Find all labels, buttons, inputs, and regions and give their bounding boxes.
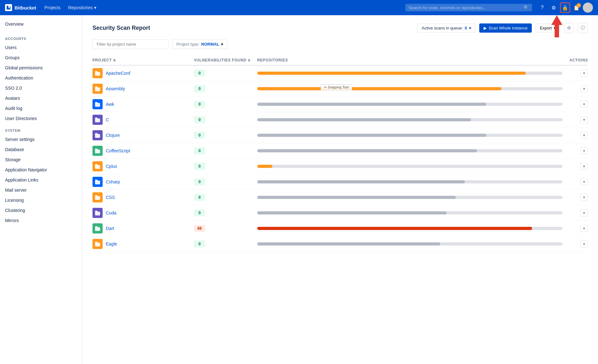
svg-rect-8 [95,118,98,119]
row-actions-button[interactable]: ▾ [580,70,588,77]
sidebar-item-users[interactable]: Users [0,42,82,53]
sidebar-item-authentication[interactable]: Authentication [0,73,82,83]
project-name-link[interactable]: Assembly [106,86,125,91]
main-nav: Projects Repositories ▾ [41,3,99,12]
filter-input[interactable] [92,39,169,49]
help-icon-button[interactable]: ? [537,3,547,13]
nav-repositories[interactable]: Repositories ▾ [65,3,99,12]
repo-bar-wrapper [257,227,563,230]
row-actions-button[interactable]: ▾ [580,178,588,185]
info-button[interactable]: ⓘ [578,23,588,33]
vulnerability-badge: 0 [194,70,205,77]
sidebar-item-sso[interactable]: SSO 2.0 [0,83,82,93]
row-actions-button[interactable]: ▾ [580,225,588,232]
row-actions-button[interactable]: ▾ [580,132,588,139]
search-input[interactable] [409,5,521,10]
sidebar-item-user-directories[interactable]: User Directories [0,113,82,124]
project-name-link[interactable]: Clojure [106,133,120,138]
sidebar-section-system: SYSTEM [0,124,82,134]
actions-cell: ▾ [563,147,588,154]
row-actions-button[interactable]: ▾ [580,163,588,170]
row-actions-button[interactable]: ▾ [580,209,588,216]
table-row: CoffeeScript 0 ▾ [92,143,588,159]
project-icon [92,130,103,140]
svg-rect-4 [95,86,98,88]
row-actions-button[interactable]: ▾ [580,240,588,247]
sidebar-item-overview[interactable]: Overview [0,15,82,32]
row-actions-button[interactable]: ▾ [580,147,588,154]
table-header: Project ⇅ Vulnerabilities Found ⇅ Reposi… [92,55,588,66]
project-name-link[interactable]: Cuda [106,210,116,215]
project-name-link[interactable]: Csharp [106,179,120,184]
row-actions-button[interactable]: ▾ [580,85,588,92]
table-row: CSS 0 ▾ [92,190,588,205]
sidebar: Overview ACCOUNTS Users Groups Global pe… [0,15,82,364]
project-type-button[interactable]: Project type: NORMAL ▾ [172,40,227,49]
vulnerability-badge: 88 [194,225,205,232]
sidebar-item-clustering[interactable]: Clustering [0,205,82,215]
svg-rect-14 [95,164,98,166]
row-actions-button[interactable]: ▾ [580,101,588,108]
sidebar-item-mail-server[interactable]: Mail server [0,185,82,195]
project-name-link[interactable]: CoffeeScript [106,148,130,153]
repositories-cell [257,165,563,168]
col-repositories: Repositories [257,58,563,62]
search-bar[interactable]: 🔍 [405,4,532,11]
table-row: ApacheConf 0 ▾ [92,66,588,81]
vulnerabilities-cell: 0 [194,194,257,201]
app-layout: Overview ACCOUNTS Users Groups Global pe… [0,15,598,364]
sidebar-item-mirrors[interactable]: Mirrors [0,215,82,226]
svg-rect-18 [95,195,98,197]
project-cell: Clojure [92,130,194,140]
project-name-link[interactable]: CSS [106,195,115,200]
repo-bar-wrapper [257,242,563,246]
sidebar-item-storage[interactable]: Storage [0,155,82,165]
scan-whole-instance-button[interactable]: ▶ Scan Whole Instance [479,23,532,33]
actions-cell: ▾ [563,116,588,123]
topnav-icons: ? ⚙ 🔒 📋 2 [537,3,593,13]
active-scans-button[interactable]: Active scans in queue: 0 ▾ [417,23,475,33]
repo-bar-wrapper [257,72,563,75]
sidebar-item-global-permissions[interactable]: Global permissions [0,63,82,73]
sidebar-item-licensing[interactable]: Licensing [0,195,82,205]
notification-icon-button[interactable]: 📋 2 [571,3,582,13]
logo-text: Bitbucket [15,5,36,10]
repo-bar-wrapper [257,180,563,183]
sidebar-item-database[interactable]: Database [0,144,82,155]
sidebar-item-application-links[interactable]: Application Links [0,175,82,185]
sidebar-item-avatars[interactable]: Avatars [0,93,82,103]
table-row: Cplus 0 ▾ [92,159,588,174]
sidebar-item-server-settings[interactable]: Server settings [0,134,82,144]
repo-bar [257,134,486,137]
repo-bar-wrapper [257,103,563,106]
logo[interactable]: Bitbucket [5,4,36,11]
vulnerability-badge: 0 [194,209,205,216]
project-name-link[interactable]: Dart [106,226,114,231]
settings-icon-button[interactable]: ⚙ [549,3,559,13]
lock-icon-button[interactable]: 🔒 [560,3,570,13]
project-cell: Eagle [92,239,194,249]
avatar[interactable] [583,3,593,13]
vulnerabilities-cell: 88 [194,225,257,232]
vulnerability-badge: 0 [194,132,205,139]
project-name-link[interactable]: Awk [106,102,114,107]
repositories-cell [257,134,563,137]
sidebar-item-audit-log[interactable]: Audit log [0,103,82,113]
sidebar-item-groups[interactable]: Groups [0,53,82,63]
nav-projects[interactable]: Projects [41,3,64,12]
row-actions-button[interactable]: ▾ [580,194,588,201]
project-name-link[interactable]: Eagle [106,241,117,246]
svg-rect-20 [95,211,98,212]
vulnerabilities-cell: 0 [194,178,257,185]
actions-cell: ▾ [563,132,588,139]
project-name-link[interactable]: ApacheConf [106,71,130,76]
sidebar-item-application-navigator[interactable]: Application Navigator [0,165,82,175]
vulnerability-badge: 0 [194,240,205,247]
repo-bar-wrapper [257,118,563,121]
repo-bar [257,87,501,90]
project-name-link[interactable]: Cplus [106,164,117,169]
row-actions-button[interactable]: ▾ [580,116,588,123]
chevron-down-icon: ▾ [469,26,471,30]
project-icon [92,239,103,249]
project-name-link[interactable]: C [106,117,109,122]
